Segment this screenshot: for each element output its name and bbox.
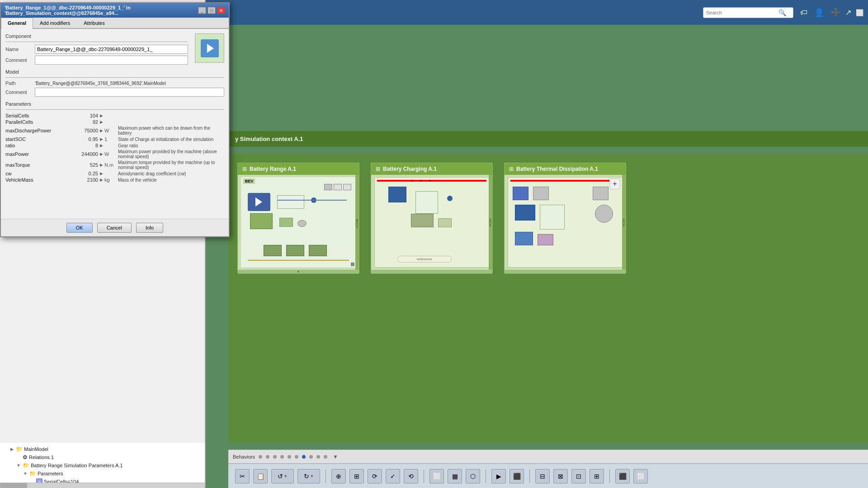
tool-check[interactable]: ✓ — [386, 469, 400, 483]
name-input[interactable] — [35, 45, 188, 54]
tab-add-modifiers[interactable]: Add modifiers — [33, 18, 77, 28]
param-name-maxdischarge: maxDischargePower — [5, 128, 64, 133]
dialog-minimize-button[interactable]: _ — [198, 7, 206, 14]
tool-redo-group[interactable]: ↻▼ — [297, 469, 320, 483]
tree-label-serialcells: SerialCells=104 — [44, 479, 79, 483]
behavior-dot-9[interactable] — [316, 455, 320, 459]
param-row-ratio: ratio 8 ▶ Gear ratio — [5, 142, 224, 149]
param-arrow-parallelcells[interactable]: ▶ — [98, 120, 104, 124]
dialog-close-button[interactable]: ✕ — [217, 7, 225, 14]
behavior-dot-8[interactable] — [309, 455, 313, 459]
green-header: y Simulation context A.1 — [228, 131, 868, 147]
battery-charging-card: ⊞ Battery Charging A.1 reference — [371, 163, 493, 274]
tool-nav1[interactable]: ⊟ — [535, 469, 550, 483]
tree-expand-simparams[interactable]: ▼ — [16, 463, 21, 468]
behavior-dot-3[interactable] — [273, 455, 277, 459]
param-arrow-vehiclemass[interactable]: ▶ — [98, 178, 104, 182]
behavior-dot-10[interactable] — [324, 455, 327, 459]
tree-expand-mainmodel[interactable]: ▶ — [9, 447, 14, 451]
tool-extra2[interactable]: ⬜ — [633, 469, 648, 483]
battery-thermal-card-header: ⊞ Battery Thermal Dissipation A.1 — [505, 163, 626, 175]
add-card-button[interactable]: + — [609, 178, 620, 189]
behavior-dot-2[interactable] — [266, 455, 269, 459]
search-input[interactable] — [706, 10, 778, 15]
param-arrow-serialcells[interactable]: ▶ — [98, 113, 104, 118]
tool-play[interactable]: ▶ — [491, 469, 506, 483]
param-arrow-maxpower[interactable]: ▶ — [98, 152, 104, 156]
behavior-expand-icon[interactable]: ▼ — [333, 454, 338, 460]
tab-general[interactable]: General — [1, 18, 33, 29]
info-button[interactable]: Info — [136, 223, 163, 233]
sidebar-tree: ▶ 📁 MainModel ⚙ Relations.1 ▼ 📁 Battery … — [0, 443, 205, 483]
tool-box2[interactable]: ▦ — [448, 469, 462, 483]
tree-item-parameters[interactable]: ▼ 📁 Parameters — [2, 469, 203, 478]
path-comment-row: Comment — [5, 88, 224, 97]
tool-arrows[interactable]: ⟲ — [404, 469, 418, 483]
tool-add[interactable]: ⊕ — [331, 469, 346, 483]
param-unit-maxdischarge: W — [104, 128, 118, 133]
params-section-label: Parameters — [5, 101, 224, 107]
param-arrow-ratio[interactable]: ▶ — [98, 143, 104, 148]
behavior-dot-4[interactable] — [280, 455, 284, 459]
bev-diagram: BEV — [241, 177, 356, 267]
gear-icon-relations: ⚙ — [23, 454, 28, 460]
tool-stop[interactable]: ⬛ — [509, 469, 524, 483]
tool-hex[interactable]: ⬡ — [466, 469, 480, 483]
card3-title: Battery Thermal Dissipation A.1 — [516, 166, 598, 172]
behavior-dot-1[interactable] — [259, 455, 262, 459]
tree-label-parameters: Parameters — [38, 471, 63, 476]
model-section-label: Model — [5, 69, 224, 75]
tree-item-mainmodel[interactable]: ▶ 📁 MainModel — [2, 445, 203, 453]
search-box[interactable]: 🔍 — [703, 7, 793, 18]
param-arrow-maxdischarge[interactable]: ▶ — [98, 128, 104, 133]
tool-box1[interactable]: ⬜ — [429, 469, 444, 483]
param-desc-ratio: Gear ratio — [118, 143, 224, 148]
dialog-tabs: General Add modifiers Attributes — [1, 18, 229, 29]
param-arrow-cw[interactable]: ▶ — [98, 171, 104, 176]
behavior-dot-5[interactable] — [288, 455, 291, 459]
tool-nav2[interactable]: ⊠ — [553, 469, 568, 483]
tree-item-serialcells[interactable]: f SerialCells=104 — [2, 478, 203, 483]
expand-icon[interactable]: ⬜ — [856, 9, 863, 16]
param-value-vehiclemass: 2100 — [64, 177, 98, 183]
battery-range-card-body: BEV — [238, 175, 359, 270]
user-icon: 👤 — [814, 8, 824, 18]
tool-undo-group[interactable]: ↺▼ — [271, 469, 294, 483]
tool-extra1[interactable]: ⬛ — [615, 469, 630, 483]
path-comment-input[interactable] — [35, 88, 224, 97]
search-icon[interactable]: 🔍 — [778, 9, 786, 16]
param-name-maxpower: maxPower — [5, 151, 64, 157]
ok-button[interactable]: OK — [66, 223, 93, 233]
param-value-maxpower: 244000 — [64, 151, 98, 157]
tool-nav4[interactable]: ⊞ — [590, 469, 604, 483]
comment-input[interactable] — [35, 56, 188, 65]
params-sep — [5, 109, 224, 110]
path-label: Path — [5, 80, 35, 86]
tool-clipboard[interactable]: 📋 — [253, 469, 268, 483]
behavior-dot-7[interactable] — [302, 455, 306, 459]
tree-item-relations[interactable]: ⚙ Relations.1 — [2, 453, 203, 461]
tree-item-simparams[interactable]: ▼ 📁 Battery Range Simulation Parameters … — [2, 461, 203, 469]
dialog-body: Component Name Comment Model — [1, 29, 229, 219]
tool-grid[interactable]: ⊞ — [349, 469, 364, 483]
sidebar-hscrollbar[interactable] — [0, 483, 205, 488]
folder-icon-parameters: 📁 — [29, 470, 36, 477]
card2-title: Battery Charging A.1 — [383, 166, 437, 172]
tree-expand-parameters[interactable]: ▼ — [23, 471, 28, 476]
tool-scissors[interactable]: ✂ — [235, 469, 250, 483]
tool-refresh[interactable]: ⟳ — [368, 469, 382, 483]
dialog-maximize-button[interactable]: □ — [208, 7, 216, 14]
param-arrow-maxtorque[interactable]: ▶ — [98, 163, 104, 167]
add-icon[interactable]: ➕ — [831, 8, 841, 18]
behavior-dot-6[interactable] — [295, 455, 298, 459]
path-row: Path 'Battery_Range@@8276845e_3768_59f83… — [5, 80, 224, 86]
cancel-button[interactable]: Cancel — [97, 223, 132, 233]
param-arrow-startsoc[interactable]: ▶ — [98, 137, 104, 141]
cards-area: ⊞ Battery Range A.1 BEV — [228, 154, 868, 443]
dialog-footer: OK Cancel Info — [1, 219, 229, 236]
tab-attributes[interactable]: Attributes — [77, 18, 111, 28]
tool-nav3[interactable]: ⊡ — [571, 469, 586, 483]
dialog-overlay: 'Battery_Range_1@@_dbc-22709649-00000229… — [0, 0, 231, 230]
folder-icon-mainmodel: 📁 — [16, 446, 23, 452]
share-icon[interactable]: ↗ — [845, 8, 851, 17]
